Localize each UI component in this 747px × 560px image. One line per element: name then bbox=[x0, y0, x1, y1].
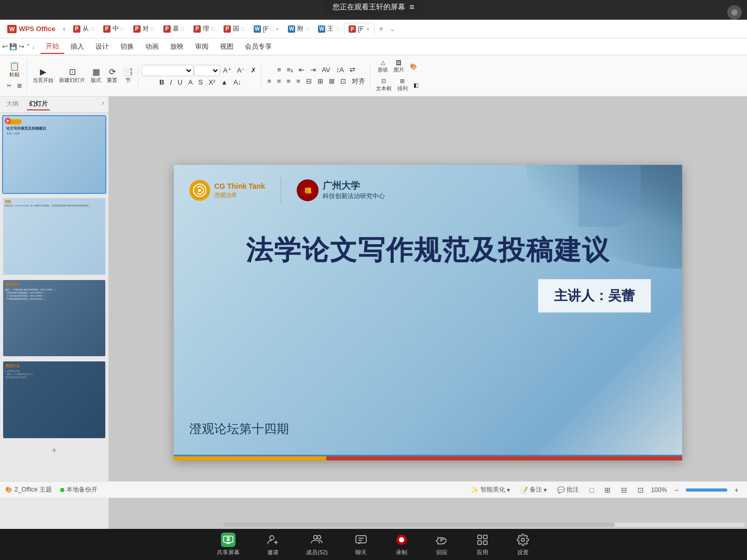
font-bg-color[interactable]: ▲ bbox=[218, 77, 230, 87]
text-dir[interactable]: ⊡ bbox=[338, 76, 349, 86]
align-center[interactable]: ≡ bbox=[274, 76, 284, 86]
taskbar-settings[interactable]: 设置 bbox=[510, 530, 535, 558]
canvas-scrollbar[interactable] bbox=[223, 523, 745, 527]
textbox-button[interactable]: ⊡ 文本框 bbox=[374, 76, 394, 94]
convert-text[interactable]: ⇄ bbox=[347, 65, 358, 75]
comment-button[interactable]: 💬 批注 bbox=[554, 484, 582, 495]
canvas-scrollbar-thumb[interactable] bbox=[223, 523, 615, 527]
italic-button[interactable]: I bbox=[168, 77, 175, 87]
ai-beautify-button[interactable]: ✨ 智能美化 ▾ bbox=[468, 484, 513, 495]
fill-button[interactable]: 🎨 bbox=[407, 62, 420, 72]
line-spacing[interactable]: ↕A bbox=[334, 65, 347, 75]
menu-animate[interactable]: 动画 bbox=[140, 40, 164, 53]
menu-design[interactable]: 设计 bbox=[90, 40, 114, 53]
num-list-button[interactable]: ≡₁ bbox=[284, 65, 296, 75]
tab-word-1[interactable]: W [F □ ● bbox=[250, 23, 283, 35]
more-tabs-button[interactable]: ⌄ bbox=[388, 25, 397, 33]
view-grid-button[interactable]: ⊞ bbox=[601, 485, 614, 495]
indent-increase[interactable]: ⇥ bbox=[308, 65, 319, 75]
tab-ppt-1[interactable]: P 从 □ bbox=[69, 22, 98, 35]
quick-expand-button[interactable]: ↓ bbox=[32, 44, 35, 50]
align-justify[interactable]: ≡ bbox=[294, 76, 303, 86]
clear-format-button[interactable]: ✗ bbox=[248, 65, 259, 75]
tab-slides[interactable]: 幻灯片 bbox=[27, 99, 50, 110]
arrange-button[interactable]: ⊞ 排列 bbox=[395, 76, 410, 94]
add-slide-button[interactable]: + bbox=[2, 442, 106, 459]
slide-item-4[interactable]: 澄观文丛 ● 2022年已出版 《聚焦：人工智能到告诉什么》 相关出版内容文字说… bbox=[2, 360, 106, 439]
superscript-button[interactable]: X² bbox=[206, 77, 218, 87]
nav-back-button[interactable]: ‹ bbox=[60, 24, 67, 34]
view-normal-button[interactable]: □ bbox=[586, 485, 597, 495]
tab-ppt-3[interactable]: P 对 □ bbox=[129, 22, 158, 35]
distribute[interactable]: ⊟ bbox=[303, 76, 314, 86]
font-color-button[interactable]: A bbox=[186, 77, 196, 87]
menu-slideshow[interactable]: 放映 bbox=[165, 40, 189, 53]
tab-outline[interactable]: 大纲 bbox=[4, 99, 21, 110]
taskbar-members[interactable]: 成员(52) bbox=[301, 530, 333, 558]
menu-premium[interactable]: 会员专享 bbox=[240, 40, 277, 53]
cols-button[interactable]: ⊞ bbox=[315, 76, 326, 86]
view-fit-button[interactable]: ⊡ bbox=[634, 485, 647, 495]
copy-button[interactable]: ⊞ bbox=[15, 81, 24, 91]
font-color-2[interactable]: A↓ bbox=[231, 77, 244, 87]
font-size-decrease[interactable]: A⁻ bbox=[234, 65, 248, 75]
current-play-button[interactable]: ▶ 当页开始 bbox=[30, 66, 56, 86]
image-button[interactable]: 🖼 图片 bbox=[391, 58, 407, 75]
zoom-out-button[interactable]: − bbox=[671, 485, 682, 495]
taskbar-share-screen[interactable]: 共享屏幕 bbox=[212, 530, 245, 558]
add-tab-button[interactable]: + bbox=[376, 24, 386, 34]
backup-status[interactable]: 本地备份开 bbox=[60, 485, 98, 494]
strikethrough-button[interactable]: S bbox=[196, 77, 205, 87]
quick-undo-button[interactable]: ↩ bbox=[2, 43, 8, 50]
menu-transition[interactable]: 切换 bbox=[115, 40, 139, 53]
font-name-select[interactable] bbox=[142, 65, 193, 76]
list-button[interactable]: ≡ bbox=[274, 65, 284, 75]
paste-button[interactable]: 📋 粘贴 bbox=[7, 61, 22, 80]
taskbar-apps[interactable]: 应用 bbox=[470, 530, 495, 558]
menu-insert[interactable]: 插入 bbox=[65, 40, 89, 53]
fill-2[interactable]: ◧ bbox=[411, 80, 421, 90]
cut-button[interactable]: ✂ bbox=[4, 81, 14, 91]
indent-decrease[interactable]: ⇤ bbox=[296, 65, 307, 75]
align-right[interactable]: ≡ bbox=[284, 76, 294, 86]
align-objects[interactable]: 对齐 bbox=[349, 76, 368, 87]
reset-button[interactable]: ⟳ 重置 bbox=[104, 66, 120, 86]
tab-word-2[interactable]: W 附 □ bbox=[284, 22, 313, 35]
new-slide-button[interactable]: ⊡ 新建幻灯片 bbox=[57, 66, 88, 86]
num-rows[interactable]: ⊠ bbox=[326, 76, 337, 86]
tab-ppt-4[interactable]: P 基 □ bbox=[159, 22, 188, 35]
bold-button[interactable]: B bbox=[157, 77, 167, 87]
align-left[interactable]: ≡ bbox=[265, 76, 274, 86]
wps-logo[interactable]: W WPS Office bbox=[3, 25, 59, 33]
zoom-in-button[interactable]: + bbox=[731, 485, 742, 495]
layout-button[interactable]: ▦ 版式 bbox=[88, 66, 104, 86]
quick-more-button[interactable]: ⌃ bbox=[26, 43, 31, 50]
slide-item-1[interactable]: ▶ 论文写作规范及投稿建议 主讲人 吴蕾 bbox=[2, 115, 106, 194]
tab-ppt-active[interactable]: P [F ✕ bbox=[344, 23, 375, 35]
notes-button[interactable]: 📝 备注 ▾ bbox=[517, 484, 550, 495]
taskbar-reply[interactable]: 回应 bbox=[430, 530, 454, 558]
zoom-slider[interactable] bbox=[686, 488, 727, 492]
slide-item-2[interactable]: 澄观 澄观治库（CG Think Tank）是一种聚力学界精英、治理界实践者和中… bbox=[2, 197, 106, 276]
menu-view[interactable]: 视图 bbox=[215, 40, 239, 53]
underline-button[interactable]: U bbox=[175, 77, 185, 87]
slide-item-3[interactable]: 澄观报告 报告：《中国证券行政处罚研究报告（2015-2018年）》 《中国文旅… bbox=[2, 279, 106, 358]
panel-collapse-btn[interactable]: › bbox=[102, 99, 104, 110]
font-size-select[interactable] bbox=[194, 65, 220, 76]
char-spacing[interactable]: AV bbox=[319, 65, 333, 75]
menu-start[interactable]: 开始 bbox=[40, 39, 64, 54]
tab-ppt-5[interactable]: P 理 □ bbox=[189, 22, 218, 35]
view-book-button[interactable]: ⊟ bbox=[618, 485, 630, 495]
font-size-increase[interactable]: A⁺ bbox=[220, 65, 234, 75]
taskbar-invite[interactable]: 邀请 bbox=[260, 530, 285, 558]
tab-ppt-6[interactable]: P 国 □ bbox=[219, 22, 248, 35]
menu-review[interactable]: 审阅 bbox=[190, 40, 214, 53]
section-button[interactable]: 📑 节 bbox=[120, 66, 136, 86]
tab-ppt-2[interactable]: P 中 □ bbox=[99, 22, 128, 35]
notification-menu-icon[interactable]: ≡ bbox=[409, 3, 414, 12]
shape-button[interactable]: △ 形状 bbox=[375, 58, 391, 75]
taskbar-chat[interactable]: 聊天 bbox=[349, 530, 374, 558]
quick-redo-button[interactable]: ↪ bbox=[19, 43, 24, 50]
tab-word-3[interactable]: W 王 □ bbox=[314, 22, 343, 35]
taskbar-record[interactable]: 录制 bbox=[389, 530, 414, 558]
